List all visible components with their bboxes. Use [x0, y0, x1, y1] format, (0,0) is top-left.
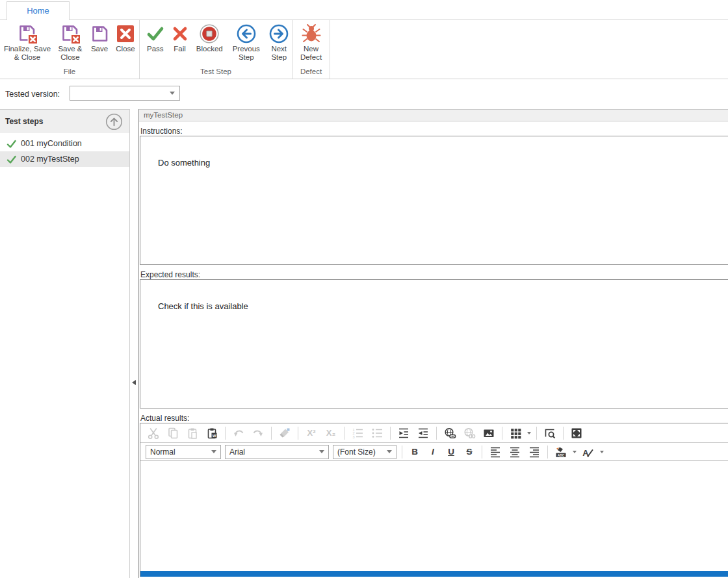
toolbar-separator	[225, 427, 226, 440]
tested-version-select[interactable]	[70, 86, 180, 101]
test-steps-panel: Test steps 001 myCondition 002 myTestSt	[0, 109, 130, 578]
preview-icon[interactable]	[542, 426, 558, 440]
ribbon-content: Finalize, Save & Close Save & Clos	[0, 19, 728, 79]
previous-step-button[interactable]: Prevous Step	[229, 23, 263, 62]
next-step-button[interactable]: Next Step	[266, 23, 292, 62]
editor-toolbar-row2: Normal Arial (Font Size) B I U S	[140, 443, 728, 461]
button-label: Save	[91, 45, 108, 53]
collapse-left-icon[interactable]	[132, 380, 136, 385]
align-right-icon[interactable]	[526, 445, 542, 459]
cross-icon	[170, 23, 190, 44]
svg-text:3: 3	[353, 434, 355, 438]
highlight-color-icon[interactable]: ABC	[553, 445, 569, 459]
cut-icon[interactable]	[146, 426, 161, 440]
toolbar-separator	[563, 427, 564, 440]
chevron-down-icon	[319, 450, 324, 453]
bullet-list-icon[interactable]	[369, 426, 385, 440]
group-label-test-step: Test Step	[140, 68, 292, 79]
finalize-save-close-button[interactable]: Finalize, Save & Close	[3, 23, 52, 62]
font-color-icon[interactable]: A	[580, 445, 596, 459]
paragraph-style-select[interactable]: Normal	[146, 445, 221, 459]
blocked-icon	[199, 23, 220, 44]
group-label-file: File	[0, 68, 139, 79]
bug-icon	[301, 23, 322, 44]
font-size-value: (Font Size)	[337, 447, 376, 457]
format-painter-icon[interactable]	[277, 426, 292, 440]
close-button[interactable]: Close	[112, 23, 138, 53]
previous-circle-icon	[236, 23, 257, 44]
save-button[interactable]: Save	[88, 23, 110, 53]
blocked-button[interactable]: Blocked	[193, 23, 226, 53]
toolbar-separator	[344, 427, 344, 440]
test-steps-header: Test steps	[0, 109, 129, 133]
align-center-icon[interactable]	[507, 445, 523, 459]
expected-results-textbox[interactable]: Check if this is available	[140, 279, 728, 408]
insert-link-icon[interactable]	[442, 426, 458, 440]
numbered-list-icon[interactable]: 1 2 3	[350, 426, 365, 440]
highlight-color-caret-icon[interactable]	[573, 451, 577, 453]
save-close-button[interactable]: Save & Close	[54, 23, 86, 62]
save-delete-icon	[17, 23, 38, 44]
font-family-value: Arial	[229, 447, 245, 457]
up-arrow-circle-icon[interactable]	[105, 113, 123, 131]
insert-image-icon[interactable]	[481, 426, 497, 440]
ribbon-group-test-step: Pass Fail	[140, 20, 292, 79]
ribbon-group-defect: New Defect Defect	[292, 20, 330, 79]
copy-icon[interactable]	[165, 426, 181, 440]
indent-icon[interactable]	[396, 426, 411, 440]
test-step-item-label: 002 myTestStep	[21, 155, 79, 164]
bold-button[interactable]: B	[408, 447, 422, 457]
test-step-item-2[interactable]: 002 myTestStep	[0, 151, 129, 167]
font-size-select[interactable]: (Font Size)	[333, 445, 396, 459]
svg-text:W: W	[213, 434, 216, 438]
undo-icon[interactable]	[231, 426, 246, 440]
subscript-icon[interactable]: X₂	[323, 426, 339, 440]
ribbon-group-file: Finalize, Save & Close Save & Clos	[0, 20, 140, 79]
toolbar-separator	[298, 427, 298, 440]
superscript-icon[interactable]: X²	[304, 426, 319, 440]
tested-version-label: Tested version:	[5, 90, 60, 99]
ribbon: Home Finalize, Save & Close	[0, 0, 728, 79]
pass-button[interactable]: Pass	[144, 23, 167, 53]
instructions-textbox[interactable]: Do something	[140, 136, 728, 265]
strikethrough-button[interactable]: S	[462, 447, 476, 457]
button-label: Finalize, Save & Close	[3, 45, 52, 62]
check-icon	[145, 23, 166, 44]
group-label-defect: Defect	[292, 68, 330, 79]
italic-button[interactable]: I	[426, 447, 440, 457]
expected-results-label: Expected results:	[140, 270, 200, 279]
remove-link-icon[interactable]	[462, 426, 477, 440]
step-detail-area: myTestStep Instructions: Do something Ex…	[138, 109, 728, 578]
paste-icon[interactable]	[185, 426, 200, 440]
chevron-down-icon	[170, 92, 175, 95]
font-family-select[interactable]: Arial	[225, 445, 329, 459]
passed-check-icon	[6, 140, 16, 148]
button-label: Prevous Step	[229, 45, 263, 62]
new-defect-button[interactable]: New Defect	[295, 23, 328, 62]
button-label: Blocked	[196, 45, 223, 53]
passed-check-icon	[6, 155, 16, 164]
font-color-caret-icon[interactable]	[600, 451, 604, 453]
fail-button[interactable]: Fail	[170, 23, 190, 53]
outdent-icon[interactable]	[415, 426, 431, 440]
save-delete-icon	[60, 23, 81, 44]
underline-button[interactable]: U	[444, 447, 458, 457]
insert-table-icon[interactable]	[508, 426, 523, 440]
button-label: Next Step	[266, 45, 292, 62]
align-left-icon[interactable]	[488, 445, 503, 459]
editor-toolbar-row1: W	[140, 423, 728, 443]
tab-home[interactable]: Home	[6, 1, 70, 20]
paste-from-word-icon[interactable]: W	[204, 426, 220, 440]
panel-splitter[interactable]	[130, 109, 138, 578]
toolbar-separator	[402, 446, 402, 459]
toolbar-separator	[271, 427, 272, 440]
actual-results-textbox[interactable]	[140, 461, 728, 571]
close-icon	[115, 23, 136, 44]
svg-text:ABC: ABC	[558, 453, 565, 457]
toolbar-separator	[536, 427, 537, 440]
table-menu-caret-icon[interactable]	[527, 432, 531, 434]
test-step-item-1[interactable]: 001 myCondition	[0, 136, 129, 151]
editor-bottom-bar	[140, 571, 728, 577]
fullscreen-icon[interactable]	[569, 426, 584, 440]
redo-icon[interactable]	[250, 426, 266, 440]
